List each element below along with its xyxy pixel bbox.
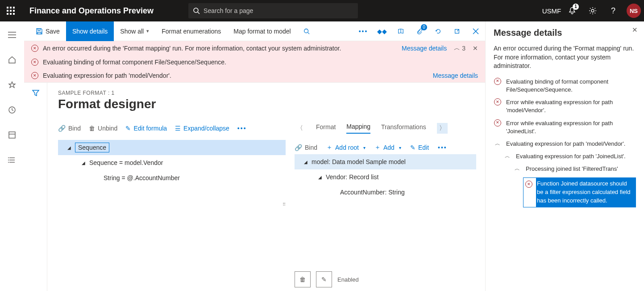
tab-mapping[interactable]: Mapping bbox=[346, 123, 370, 134]
edit-button[interactable]: ✎Edit bbox=[410, 144, 429, 151]
gear-icon bbox=[589, 7, 597, 15]
tab-format[interactable]: Format bbox=[316, 123, 336, 133]
svg-line-25 bbox=[307, 32, 309, 34]
cmd-diamond-button[interactable]: ◆◆ bbox=[373, 21, 391, 41]
rail-home-icon[interactable] bbox=[5, 53, 19, 67]
details-item-selected[interactable]: Function Joined datasource should be a f… bbox=[523, 177, 636, 207]
bind-button[interactable]: 🔗Bind bbox=[295, 144, 317, 151]
svg-rect-0 bbox=[7, 7, 8, 8]
message-details-panel: ✕ Message details An error occurred duri… bbox=[485, 21, 644, 291]
edit-icon: ✎ bbox=[125, 125, 131, 132]
avatar-initials: NS bbox=[627, 4, 641, 18]
caret-icon: ◢ bbox=[80, 160, 87, 165]
tree-node-model[interactable]: ◢ model: Data model Sample model bbox=[295, 154, 476, 169]
rail-workspaces-icon[interactable] bbox=[5, 128, 19, 142]
details-item-expandable[interactable]: ︿ Evaluating expression for path 'model/… bbox=[494, 140, 636, 148]
tree-node-account-number[interactable]: AccountNumber: String bbox=[295, 185, 476, 200]
tree-node-string-account[interactable]: String = @.AccountNumber bbox=[58, 170, 286, 186]
message-count[interactable]: ︿3 bbox=[454, 44, 465, 52]
company-code[interactable]: USMF bbox=[541, 0, 562, 21]
message-row-2: Evaluating binding of format component F… bbox=[24, 55, 485, 69]
splitter-handle[interactable] bbox=[281, 195, 287, 213]
unbind-button[interactable]: 🗑Unbind bbox=[89, 125, 117, 132]
delete-button[interactable]: 🗑 bbox=[295, 271, 311, 287]
svg-rect-8 bbox=[13, 13, 15, 15]
svg-rect-6 bbox=[7, 13, 8, 15]
show-all-label: Show all bbox=[120, 28, 144, 35]
tree-node-vendor[interactable]: ◢ Vendor: Record list bbox=[295, 169, 476, 185]
help-button[interactable]: ? bbox=[603, 0, 623, 21]
panel-close-button[interactable]: ✕ bbox=[632, 26, 638, 34]
details-item-expandable[interactable]: ︿ Evaluating expression for path 'Joined… bbox=[494, 152, 636, 160]
message-close-button[interactable]: ✕ bbox=[473, 45, 478, 52]
format-tree-pane: 🔗Bind 🗑Unbind ✎Edit formula ☰Expand/coll… bbox=[58, 119, 286, 291]
cmd-search-button[interactable] bbox=[297, 21, 316, 41]
error-icon bbox=[494, 98, 501, 105]
bind-button[interactable]: 🔗Bind bbox=[58, 125, 81, 132]
save-button[interactable]: Save bbox=[29, 21, 66, 41]
tab-prev-button[interactable]: 〈 bbox=[295, 123, 305, 134]
settings-button[interactable] bbox=[582, 0, 603, 21]
error-icon bbox=[494, 119, 501, 127]
tab-transformations[interactable]: Transformations bbox=[381, 123, 426, 133]
add-button[interactable]: ＋Add▾ bbox=[374, 143, 401, 152]
footer-controls: 🗑 ✎ Enabled bbox=[295, 267, 476, 291]
designer-body: SAMPLE FORMAT : 1 Format designer 🔗Bind … bbox=[24, 83, 485, 291]
more-button[interactable]: ••• bbox=[438, 144, 447, 151]
more-button[interactable]: ••• bbox=[237, 125, 247, 132]
svg-rect-4 bbox=[10, 10, 12, 12]
app-title: Finance and Operations Preview bbox=[21, 6, 162, 16]
message-details-link[interactable]: Message details bbox=[402, 45, 447, 52]
popout-icon bbox=[454, 28, 460, 35]
search-icon bbox=[193, 7, 200, 14]
tree-node-sequence[interactable]: ◢ Sequence bbox=[58, 140, 286, 155]
add-root-button[interactable]: ＋Add root▾ bbox=[326, 143, 366, 152]
expand-collapse-button[interactable]: ☰Expand/collapse bbox=[175, 125, 229, 132]
filter-icon[interactable] bbox=[32, 89, 40, 97]
list-icon: ☰ bbox=[175, 125, 181, 132]
cmd-attachment-button[interactable]: 0 bbox=[410, 21, 429, 41]
cmd-refresh-button[interactable] bbox=[429, 21, 448, 41]
model-tree: ◢ model: Data model Sample model ◢ Vendo… bbox=[295, 154, 476, 200]
rail-menu-icon[interactable] bbox=[5, 28, 19, 42]
message-details-link[interactable]: Message details bbox=[433, 72, 478, 79]
message-text: An error occurred during the 'Format map… bbox=[43, 45, 341, 52]
map-format-button[interactable]: Map format to model bbox=[227, 21, 297, 41]
link-icon: 🔗 bbox=[295, 144, 302, 151]
cmd-popout-button[interactable] bbox=[448, 21, 466, 41]
plus-icon: ＋ bbox=[326, 143, 332, 152]
rail-modules-icon[interactable] bbox=[5, 153, 19, 167]
more-icon: ••• bbox=[438, 144, 447, 151]
cmd-close-button[interactable] bbox=[466, 21, 485, 41]
command-bar: Save Show details Show all ▾ Format enum… bbox=[24, 21, 485, 41]
search-input[interactable] bbox=[204, 7, 353, 14]
more-icon: ••• bbox=[237, 125, 247, 132]
show-details-button[interactable]: Show details bbox=[66, 21, 114, 41]
tree-node-sequence-vendor[interactable]: ◢ Sequence = model.Vendor bbox=[58, 155, 286, 170]
save-label: Save bbox=[46, 28, 60, 35]
cmd-more-button[interactable]: ••• bbox=[354, 21, 373, 41]
details-item: Evaluating binding of format component F… bbox=[494, 78, 636, 94]
help-icon: ? bbox=[611, 6, 615, 16]
cmd-book-button[interactable] bbox=[391, 21, 410, 41]
link-icon: 🔗 bbox=[58, 125, 66, 132]
app-launcher-icon[interactable] bbox=[0, 0, 21, 21]
edit-square-button[interactable]: ✎ bbox=[316, 271, 332, 287]
tab-next-button[interactable]: 〉 bbox=[437, 123, 448, 134]
notifications-button[interactable]: 1 bbox=[562, 0, 582, 21]
format-enumerations-button[interactable]: Format enumerations bbox=[155, 21, 227, 41]
rail-recent-icon[interactable] bbox=[5, 103, 19, 117]
enabled-label: Enabled bbox=[337, 276, 359, 283]
details-item: Error while evaluating expression for pa… bbox=[494, 119, 636, 135]
caret-icon: ◢ bbox=[303, 160, 309, 164]
message-row-3: Evaluating expression for path 'model/Ve… bbox=[24, 69, 485, 82]
global-search[interactable] bbox=[188, 3, 358, 18]
svg-line-10 bbox=[198, 12, 199, 14]
details-item-expandable[interactable]: ︿ Processing joined list 'FilteredTrans' bbox=[494, 165, 636, 173]
error-icon bbox=[494, 78, 501, 85]
svg-rect-2 bbox=[13, 7, 15, 8]
user-avatar[interactable]: NS bbox=[623, 0, 644, 21]
rail-favorites-icon[interactable] bbox=[5, 78, 19, 92]
show-all-button[interactable]: Show all ▾ bbox=[114, 21, 155, 41]
edit-formula-button[interactable]: ✎Edit formula bbox=[125, 125, 167, 132]
